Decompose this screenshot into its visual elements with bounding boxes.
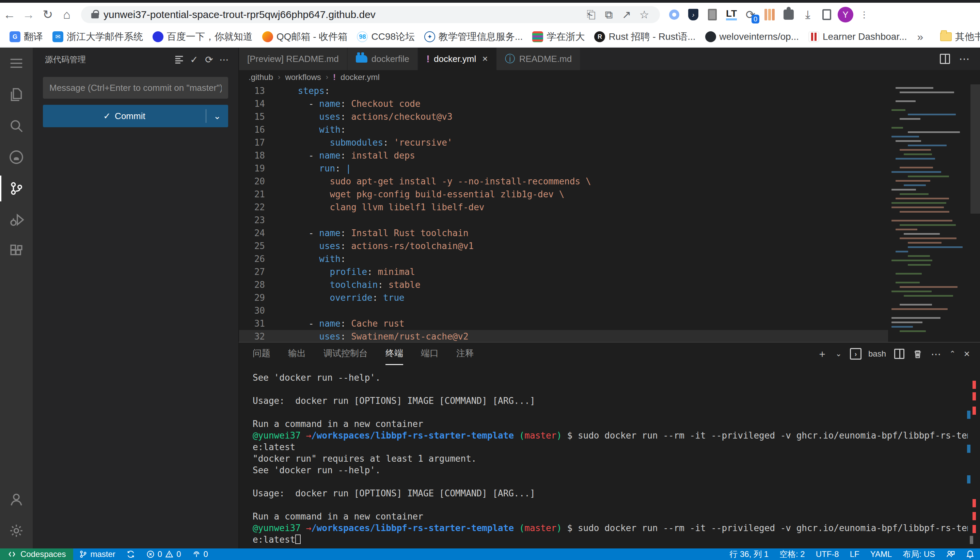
code-line-32[interactable]: 32 uses: Swatinem/rust-cache@v2	[239, 330, 889, 342]
launch-profile-chevron-icon[interactable]: ⌄	[836, 349, 842, 358]
code-line-14[interactable]: 14 - name: Checkout code	[239, 97, 889, 110]
activity-source-control-icon[interactable]	[0, 173, 33, 204]
code-line-15[interactable]: 15 uses: actions/checkout@v3	[239, 110, 889, 123]
code-line-28[interactable]: 28 toolchain: stable	[239, 278, 889, 291]
address-bar[interactable]: yunwei37-potential-space-trout-rpr5qwj66…	[81, 6, 660, 23]
open-in-new-icon[interactable]: ⧉	[600, 6, 618, 23]
editor-tab--preview-readme.md[interactable]: [Preview] README.md	[239, 48, 348, 70]
breadcrumb-item[interactable]: docker.yml	[341, 72, 380, 82]
forward-icon[interactable]: →	[19, 5, 38, 24]
bookmarks-overflow-chevron[interactable]: »	[912, 31, 929, 43]
editor-tab-readme.md[interactable]: ⓘREADME.md	[497, 48, 581, 70]
code-line-18[interactable]: 18 - name: install deps	[239, 149, 889, 162]
view-as-list-icon[interactable]	[172, 52, 187, 67]
refresh-icon[interactable]: ⟳	[202, 52, 217, 67]
commit-message-input[interactable]	[43, 77, 228, 99]
status-language-mode[interactable]: YAML	[865, 548, 898, 560]
clipboard-icon[interactable]: ⎗	[582, 6, 600, 23]
code-line-22[interactable]: 22 clang llvm libelf1 libelf-dev	[239, 201, 889, 214]
panel-tab-0[interactable]: 问题	[253, 343, 270, 365]
panel-tab-2[interactable]: 调试控制台	[323, 343, 368, 365]
panel-tab-4[interactable]: 端口	[421, 343, 438, 365]
close-tab-icon[interactable]: ×	[482, 53, 488, 64]
extensions-puzzle-icon[interactable]	[781, 7, 797, 23]
notifications-bell-icon[interactable]	[960, 548, 980, 560]
breadcrumb[interactable]: .github›workflows›!docker.yml	[239, 70, 980, 84]
copy-pages-extension-icon[interactable]	[704, 7, 721, 23]
editor-scrollbar-thumb[interactable]	[970, 84, 980, 214]
crayons-extension-icon[interactable]	[761, 7, 778, 23]
terminal-picker-icon[interactable]: › bash	[850, 348, 886, 360]
status-keyboard-layout[interactable]: 布局: US	[897, 548, 940, 560]
activity-settings-icon[interactable]	[0, 515, 33, 547]
new-terminal-icon[interactable]: ＋	[817, 347, 828, 361]
activity-run-debug-icon[interactable]	[0, 204, 33, 235]
activity-explorer-icon[interactable]	[0, 79, 33, 110]
profile-avatar[interactable]: Y	[838, 7, 853, 22]
code-line-31[interactable]: 31 - name: Cache rust	[239, 317, 889, 330]
breadcrumb-item[interactable]: workflows	[285, 72, 321, 82]
home-icon[interactable]: ⌂	[57, 5, 76, 24]
bookmark-item[interactable]: ✦教学管理信息服务...	[420, 28, 527, 45]
reload-icon[interactable]: ↻	[38, 5, 57, 24]
panel-maximize-icon[interactable]: ⌃	[949, 349, 955, 358]
bookmark-item[interactable]: weloveinterns/op...	[701, 28, 804, 45]
commit-dropdown-chevron[interactable]: ⌄	[206, 111, 228, 122]
commit-button[interactable]: ✓ Commit ⌄	[43, 105, 228, 127]
other-bookmarks-folder[interactable]: 其他书签	[935, 28, 980, 45]
status-branch[interactable]: master	[73, 548, 120, 560]
code-line-23[interactable]: 23	[239, 214, 889, 227]
status-ports[interactable]: 0	[187, 548, 214, 560]
editor-tab-dockerfile[interactable]: dockerfile	[348, 48, 418, 70]
activity-extensions-icon[interactable]	[0, 235, 33, 267]
panel-tab-5[interactable]: 注释	[456, 343, 474, 365]
bookmark-item[interactable]: Learner Dashboar...	[804, 28, 912, 45]
activity-account-icon[interactable]	[0, 484, 33, 515]
code-line-27[interactable]: 27 profile: minimal	[239, 265, 889, 278]
code-line-20[interactable]: 20 sudo apt-get install -y --no-install-…	[239, 175, 889, 188]
panel-close-icon[interactable]: ×	[964, 348, 970, 360]
code-line-13[interactable]: 13 steps:	[239, 84, 889, 97]
languagetool-extension-icon[interactable]: LT	[723, 7, 739, 23]
breadcrumb-item[interactable]: .github	[249, 72, 273, 82]
code-line-16[interactable]: 16 with:	[239, 123, 889, 136]
code-line-29[interactable]: 29 override: true	[239, 291, 889, 304]
split-terminal-icon[interactable]	[894, 349, 905, 359]
editor-more-actions-icon[interactable]: ⋯	[959, 52, 970, 65]
downloads-icon[interactable]: ⤓	[799, 7, 816, 23]
side-panel-icon[interactable]	[819, 7, 835, 23]
editor-tab-docker.yml[interactable]: !docker.yml×	[418, 48, 497, 70]
lock-icon[interactable]	[91, 13, 99, 18]
code-line-26[interactable]: 26 with:	[239, 252, 889, 265]
code-line-17[interactable]: 17 submodules: 'recursive'	[239, 136, 889, 149]
bookmark-item[interactable]: 百度一下，你就知道	[148, 28, 258, 45]
kill-terminal-icon[interactable]	[913, 349, 923, 359]
share-icon[interactable]: ↗	[618, 6, 635, 23]
commit-check-icon[interactable]: ✓	[187, 52, 202, 67]
minimap[interactable]	[888, 84, 970, 342]
status-sync[interactable]	[121, 548, 140, 560]
code-line-24[interactable]: 24 - name: Install Rust toolchain	[239, 227, 889, 240]
panel-more-icon[interactable]: ⋯	[931, 348, 941, 360]
feedback-icon[interactable]	[940, 548, 960, 560]
remote-indicator[interactable]: Codespaces	[0, 548, 73, 560]
code-editor[interactable]: 13 steps:14 - name: Checkout code15 uses…	[239, 84, 889, 342]
blue-ring-extension-icon[interactable]	[666, 7, 682, 23]
status-indentation[interactable]: 空格: 2	[774, 548, 810, 560]
browser-menu-icon[interactable]: ⋮	[856, 7, 872, 23]
status-encoding[interactable]: UTF-8	[810, 548, 845, 560]
panel-tab-1[interactable]: 输出	[288, 343, 306, 365]
code-line-25[interactable]: 25 uses: actions-rs/toolchain@v1	[239, 240, 889, 252]
status-cursor-position[interactable]: 行 36, 列 1	[724, 548, 774, 560]
split-editor-icon[interactable]	[940, 54, 950, 64]
more-actions-icon[interactable]: ⋯	[217, 52, 232, 67]
bookmark-item[interactable]: RRust 招聘 - Rust语...	[589, 28, 700, 45]
panel-tab-3[interactable]: 终端	[385, 343, 403, 365]
status-warnings[interactable]: 0	[164, 548, 186, 560]
bookmark-item[interactable]: G翻译	[5, 28, 48, 45]
shield-extension-icon[interactable]: ›	[685, 7, 701, 23]
code-line-21[interactable]: 21 wget pkg-config build-essential zlib1…	[239, 188, 889, 201]
url-text[interactable]: yunwei37-potential-space-trout-rpr5qwj66…	[104, 9, 582, 20]
status-errors[interactable]: 0	[140, 548, 164, 560]
bookmark-item[interactable]: ✉浙江大学邮件系统	[48, 28, 148, 45]
